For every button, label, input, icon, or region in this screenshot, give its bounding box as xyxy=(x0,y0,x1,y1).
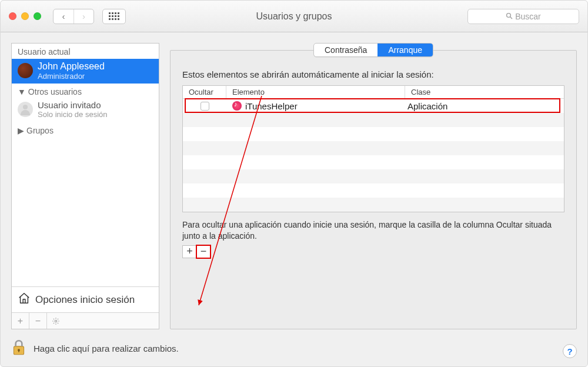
users-sidebar: Usuario actual John Appleseed Administra… xyxy=(11,43,159,329)
user-role: Administrador xyxy=(38,72,105,81)
zoom-icon[interactable] xyxy=(34,12,41,20)
search-input[interactable]: Buscar xyxy=(467,9,579,24)
column-element[interactable]: Elemento xyxy=(226,86,405,98)
gear-icon xyxy=(47,313,65,329)
help-button[interactable]: ? xyxy=(563,344,577,358)
svg-rect-6 xyxy=(18,350,19,352)
forward-button: › xyxy=(74,9,93,24)
login-items-table: Ocultar Elemento Clase iTunesHelper Apli… xyxy=(182,85,564,212)
minimize-icon[interactable] xyxy=(21,12,29,20)
login-items-description: Estos elementos se abrirán automáticamen… xyxy=(182,69,564,79)
tab-selector[interactable]: Contraseña Arranque xyxy=(313,43,433,57)
back-button[interactable]: ‹ xyxy=(54,9,74,24)
show-all-button[interactable] xyxy=(102,9,126,24)
row-class: Aplicación xyxy=(405,101,564,111)
search-placeholder: Buscar xyxy=(515,12,541,21)
groups-label: Grupos xyxy=(26,126,54,135)
column-hide[interactable]: Ocultar xyxy=(183,86,226,98)
login-options-label: Opciones inicio sesión xyxy=(35,294,135,306)
add-item-button[interactable]: + xyxy=(182,245,196,258)
sidebar-item-current-user[interactable]: John Appleseed Administrador xyxy=(12,59,159,84)
svg-point-2 xyxy=(55,320,57,322)
guest-name: Usuario invitado xyxy=(38,100,108,110)
login-options-button[interactable]: Opciones inicio sesión xyxy=(12,286,159,312)
column-class[interactable]: Clase xyxy=(405,86,564,98)
search-icon xyxy=(506,12,513,21)
svg-line-1 xyxy=(510,16,512,18)
sidebar-item-guest[interactable]: Usuario invitado Solo inicio de sesión xyxy=(12,99,159,122)
tab-password[interactable]: Contraseña xyxy=(314,44,377,56)
close-icon[interactable] xyxy=(9,12,16,20)
house-icon xyxy=(18,292,31,308)
user-name: John Appleseed xyxy=(38,61,105,72)
tab-startup[interactable]: Arranque xyxy=(377,44,433,56)
nav-buttons[interactable]: ‹ › xyxy=(53,9,94,24)
guest-avatar-icon xyxy=(18,102,33,117)
remove-item-button[interactable]: − xyxy=(196,245,211,258)
itunes-icon xyxy=(232,101,242,111)
other-users-label: Otros usuarios xyxy=(28,87,82,96)
hide-checkbox[interactable] xyxy=(201,102,209,111)
lock-icon[interactable] xyxy=(11,339,26,358)
table-row[interactable]: iTunesHelper Aplicación xyxy=(183,99,564,113)
row-name: iTunesHelper xyxy=(245,101,298,111)
other-users-disclosure[interactable]: ▼ Otros usuarios xyxy=(12,84,159,99)
remove-user-button: − xyxy=(29,313,47,329)
chevron-right-icon: ▶ xyxy=(18,126,24,135)
guest-sub: Solo inicio de sesión xyxy=(38,110,108,119)
svg-point-0 xyxy=(507,13,511,17)
chevron-down-icon: ▼ xyxy=(18,87,26,96)
grid-icon xyxy=(109,12,119,20)
add-user-button: + xyxy=(12,313,29,329)
current-user-label: Usuario actual xyxy=(12,44,159,59)
lock-text[interactable]: Haga clic aquí para realizar cambios. xyxy=(34,343,179,353)
traffic-lights[interactable] xyxy=(9,12,41,20)
avatar xyxy=(18,63,33,78)
hide-hint: Para ocultar una aplicación cuando inici… xyxy=(182,219,564,242)
groups-disclosure[interactable]: ▶ Grupos xyxy=(12,122,159,138)
